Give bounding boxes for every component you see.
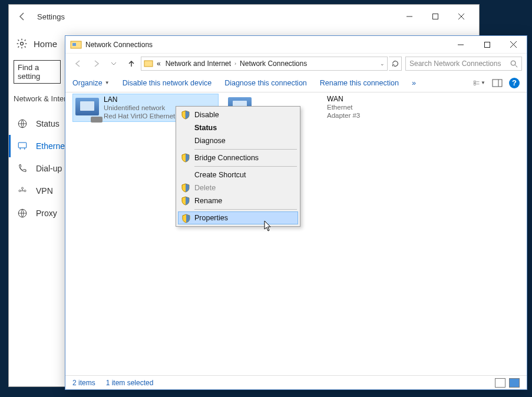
nav-label: Dial-up (36, 164, 62, 173)
svg-rect-28 (493, 80, 502, 87)
shield-icon (181, 110, 190, 120)
search-input[interactable]: Search Network Connections (405, 57, 522, 71)
address-bar-row: « Network and Internet › Network Connect… (65, 54, 527, 74)
home-label: Home (34, 39, 57, 49)
ctx-delete: Delete (178, 181, 298, 194)
item-count: 2 items (72, 379, 95, 387)
search-placeholder: Search Network Connections (409, 59, 501, 68)
vpn-icon (17, 186, 28, 196)
rename-connection-button[interactable]: Rename this connection (320, 79, 399, 87)
nav-back[interactable] (70, 56, 87, 71)
network-folder-icon (70, 39, 82, 50)
chevron-down-icon[interactable]: ⌄ (380, 61, 385, 67)
chevron-right-icon[interactable]: › (234, 61, 236, 67)
settings-title: Settings (31, 12, 65, 21)
adapter-name: WAN (327, 95, 369, 103)
help-button[interactable]: ? (509, 78, 520, 88)
svg-rect-24 (474, 81, 476, 82)
svg-point-22 (511, 61, 516, 65)
nav-label: VPN (36, 186, 53, 196)
svg-point-10 (24, 190, 26, 192)
svg-rect-21 (144, 61, 153, 67)
shield-icon (181, 214, 191, 223)
adapter-device: Red Hat VirtIO Ethernet (104, 112, 175, 120)
close-button[interactable] (500, 36, 527, 53)
back-button[interactable] (14, 8, 31, 25)
adapter-device: Ethernet Adapter #3 (327, 103, 369, 120)
ethernet-icon (17, 141, 28, 151)
nav-label: Status (36, 119, 60, 128)
ctx-properties[interactable]: Properties (178, 211, 298, 224)
svg-rect-6 (18, 143, 27, 148)
shield-icon (181, 183, 190, 193)
disable-device-button[interactable]: Disable this network device (123, 79, 212, 87)
minimize-button[interactable] (447, 36, 474, 53)
ctx-rename[interactable]: Rename (178, 194, 298, 207)
separator (194, 149, 297, 150)
find-setting-input[interactable]: Find a setting (14, 60, 61, 84)
svg-rect-18 (484, 42, 490, 47)
organize-menu[interactable]: Organize ▼ (72, 79, 110, 87)
ctx-diagnose[interactable]: Diagnose (178, 134, 298, 147)
separator (194, 166, 297, 167)
settings-titlebar: Settings (9, 5, 479, 28)
shield-icon (181, 153, 190, 163)
svg-rect-16 (72, 43, 76, 46)
ctx-bridge[interactable]: Bridge Connections (178, 151, 298, 164)
nav-recent[interactable] (105, 56, 122, 71)
shield-icon (181, 196, 190, 206)
status-bar: 2 items 1 item selected (65, 375, 527, 389)
globe-icon (17, 118, 28, 129)
separator (194, 209, 297, 210)
toolbar-overflow[interactable]: » (412, 79, 416, 87)
svg-rect-1 (433, 14, 438, 19)
phone-icon (17, 163, 28, 174)
svg-point-4 (21, 42, 24, 45)
nav-label: Proxy (36, 209, 57, 218)
nav-up[interactable] (123, 56, 140, 71)
nav-forward[interactable] (88, 56, 104, 71)
network-folder-icon (144, 59, 153, 68)
search-icon (510, 59, 518, 68)
close-button[interactable] (448, 8, 474, 25)
svg-line-23 (516, 65, 518, 68)
breadcrumb-prefix: « (156, 59, 162, 68)
chevron-down-icon: ▼ (105, 80, 110, 85)
view-options-button[interactable]: ▼ (474, 77, 485, 89)
ctx-disable[interactable]: Disable (178, 108, 298, 121)
window-title: Network Connections (85, 41, 153, 49)
maximize-button[interactable] (422, 8, 448, 25)
adapter-status: Unidentified network (104, 104, 175, 112)
toolbar: Organize ▼ Disable this network device D… (65, 74, 527, 92)
minimize-button[interactable] (396, 8, 422, 25)
svg-point-9 (19, 190, 21, 192)
diagnose-button[interactable]: Diagnose this connection (224, 79, 307, 87)
breadcrumb-current[interactable]: Network Connections (239, 59, 308, 68)
context-menu: Disable Status Diagnose Bridge Connectio… (176, 106, 300, 227)
explorer-titlebar[interactable]: Network Connections (65, 36, 527, 54)
nav-label: Ethernet (36, 141, 67, 151)
address-bar[interactable]: « Network and Internet › Network Connect… (141, 57, 388, 71)
tiles-view-button[interactable] (509, 378, 520, 388)
ctx-status[interactable]: Status (178, 121, 298, 134)
refresh-button[interactable] (389, 57, 402, 71)
svg-point-12 (22, 187, 24, 189)
breadcrumb-parent[interactable]: Network and Internet (164, 59, 232, 68)
adapter-name: LAN (104, 95, 175, 104)
gear-icon (16, 38, 28, 49)
network-adapter-icon (75, 95, 100, 120)
preview-pane-button[interactable] (491, 77, 503, 89)
selection-count: 1 item selected (106, 379, 154, 387)
maximize-button[interactable] (474, 36, 500, 53)
svg-rect-25 (474, 83, 476, 85)
details-view-button[interactable] (495, 378, 505, 388)
globe-icon (17, 208, 28, 219)
ctx-shortcut[interactable]: Create Shortcut (178, 168, 298, 181)
